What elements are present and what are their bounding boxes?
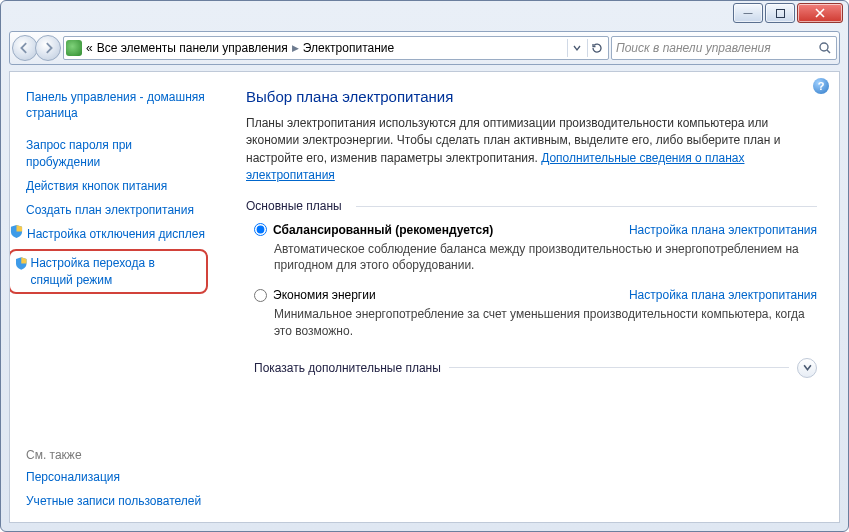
page-title: Выбор плана электропитания <box>246 88 817 105</box>
plan-description: Минимальное энергопотребление за счет ум… <box>274 306 817 340</box>
close-button[interactable] <box>797 3 843 23</box>
sidebar-link[interactable]: Настройка отключения дисплея <box>27 223 205 245</box>
sidebar-link[interactable]: Создать план электропитания <box>26 199 208 221</box>
power-plan: Сбалансированный (рекомендуется) Настрой… <box>254 223 817 275</box>
address-bar[interactable]: « Все элементы панели управления ▶ Элект… <box>63 36 609 60</box>
show-more-label: Показать дополнительные планы <box>254 361 441 375</box>
maximize-button[interactable] <box>765 3 795 23</box>
power-plan: Экономия энергии Настройка плана электро… <box>254 288 817 340</box>
search-icon <box>818 41 832 55</box>
search-input[interactable]: Поиск в панели управления <box>611 36 837 60</box>
nav-bar: « Все элементы панели управления ▶ Элект… <box>9 31 840 65</box>
refresh-button[interactable] <box>587 39 606 57</box>
minimize-button[interactable]: — <box>733 3 763 23</box>
divider <box>449 367 789 368</box>
plan-settings-link[interactable]: Настройка плана электропитания <box>629 223 817 237</box>
sidebar: Панель управления - домашняя страница За… <box>10 72 218 522</box>
plan-radio-balanced[interactable] <box>254 223 267 236</box>
power-icon <box>66 40 82 56</box>
plan-name: Сбалансированный (рекомендуется) <box>273 223 493 237</box>
breadcrumb-prefix: « <box>86 41 93 55</box>
window: — « Все элементы панели управления ▶ Эле… <box>0 0 849 532</box>
expand-button[interactable] <box>797 358 817 378</box>
sidebar-see-also-link[interactable]: Учетные записи пользователей <box>26 490 208 512</box>
address-dropdown[interactable] <box>567 39 586 57</box>
sidebar-see-also-link[interactable]: Персонализация <box>26 466 208 488</box>
intro-text: Планы электропитания используются для оп… <box>246 115 817 185</box>
svg-point-0 <box>820 43 828 51</box>
breadcrumb-item[interactable]: Электропитание <box>303 41 394 55</box>
shield-icon <box>16 257 27 270</box>
plan-settings-link[interactable]: Настройка плана электропитания <box>629 288 817 302</box>
highlighted-sidebar-item: Настройка перехода в спящий режим <box>9 249 208 293</box>
see-also-label: См. также <box>26 448 208 464</box>
sidebar-link[interactable]: Действия кнопок питания <box>26 175 208 197</box>
titlebar: — <box>1 1 848 31</box>
sidebar-link-sleep-settings[interactable]: Настройка перехода в спящий режим <box>31 255 200 287</box>
plan-name: Экономия энергии <box>273 288 376 302</box>
help-icon[interactable]: ? <box>813 78 829 94</box>
shield-icon <box>10 225 23 238</box>
sidebar-home-link[interactable]: Панель управления - домашняя страница <box>26 86 208 124</box>
group-label: Основные планы <box>246 199 817 213</box>
forward-button[interactable] <box>35 35 61 61</box>
main-panel: Выбор плана электропитания Планы электро… <box>218 72 839 522</box>
search-placeholder: Поиск в панели управления <box>616 41 771 55</box>
sidebar-link[interactable]: Запрос пароля при пробуждении <box>26 134 208 172</box>
plan-description: Автоматическое соблюдение баланса между … <box>274 241 817 275</box>
content-area: ? Панель управления - домашняя страница … <box>9 71 840 523</box>
breadcrumb-item[interactable]: Все элементы панели управления <box>97 41 288 55</box>
plan-radio-powersaver[interactable] <box>254 289 267 302</box>
chevron-right-icon: ▶ <box>292 43 299 53</box>
